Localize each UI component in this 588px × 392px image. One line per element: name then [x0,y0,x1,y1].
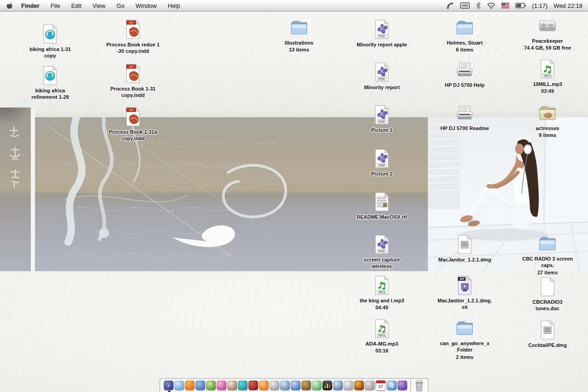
dock-purple-face-app[interactable] [398,381,407,390]
wallpaper-strip-gap [31,108,35,271]
desktop-icon-macjanitor-1-2-1-dmg-sit[interactable]: .SITMacJanitor_1.2.1.dmg.sit [432,274,497,311]
desktop-icon-illustrations[interactable]: Illustrations13 items [267,17,331,53]
battery-time[interactable]: (1:17) [532,2,548,9]
dock-orange-swoosh-app[interactable] [259,381,269,390]
dock-music-player-app[interactable] [312,381,322,390]
us-flag-icon[interactable] [502,3,509,8]
desktop-icon-the-king-and-i-mp3[interactable]: MP3the king and I.mp304:45 [350,274,414,311]
display-icon[interactable] [460,2,470,9]
dock-utility-box-app[interactable] [365,381,375,390]
dock-pink-flower-app[interactable] [217,381,226,390]
menu-item-edit[interactable]: Edit [71,2,81,9]
icon-label: CBCRADIO3 tunes.doc [520,299,575,312]
battery-icon[interactable] [515,3,526,8]
dock-green-quill-app[interactable] [206,381,216,390]
desktop-icon-picture-2[interactable]: PDFPicture 2 [350,148,414,177]
desktop-icon-hp-dj-5700-help[interactable]: HP DJ 5700 Help [432,59,497,88]
svg-text:PDF: PDF [379,120,386,123]
calendar-header [376,381,386,383]
icon-label: README.MacOSX.rtf [357,214,407,220]
svg-text:PDF: PDF [379,250,386,253]
dock-calendar-app[interactable]: 17 [375,380,386,391]
desktop-icon-process-book-1-31-copy-indd[interactable]: CSProcess Book 1-31 copy.indd [101,62,165,99]
dock-firefox-browser-app[interactable] [185,381,195,390]
icon-sublabel: 27 items [537,269,558,276]
phone-icon[interactable] [446,2,454,10]
menu-item-file[interactable]: File [51,2,60,9]
svg-text:PDF: PDF [379,77,386,80]
icon-sublabel: 04:45 [375,304,388,311]
icon-label: biking africa refinement 1-29 [23,87,77,101]
menu-item-go[interactable]: Go [116,2,124,9]
freehand-document-icon [39,64,61,86]
dock-chat-app[interactable] [291,381,300,390]
bluetooth-icon[interactable] [476,2,481,9]
desktop-icon-holmes-stuart[interactable]: Holmes, Stuart6 items [432,17,497,53]
icon-label: HP DJ 5700 Readme [440,125,489,131]
menu-item-finder[interactable]: Finder [21,2,40,9]
dock-red-media-app[interactable] [248,381,258,390]
desktop-icon-peacekeeper[interactable]: Peacekeeper74.4 GB, 59 GB free [515,15,580,51]
desktop-icon-hp-dj-5700-readme[interactable]: HP DJ 5700 Readme [432,102,497,131]
desktop-icon-10mill-mp3[interactable]: MP310MILL.mp303:49 [515,58,580,95]
desktop-icon-cocktailpe-dmg[interactable]: CocktailPE.dmg [515,319,580,348]
desktop-icon-actresses[interactable]: actresses9 items [515,102,580,139]
airport-icon[interactable] [487,2,496,9]
mp3-document-icon: MP3 [536,58,559,80]
trash-icon[interactable] [414,380,425,392]
desktop-icon-cbc-radio-3-screen-caps[interactable]: CBC RADIO 3 screen caps.27 items [515,233,580,276]
dock-blue-star-app[interactable] [196,381,205,390]
dock-fire-image-app[interactable] [354,381,364,390]
folder-icon [536,233,559,255]
chart-bars [324,382,331,388]
dock-music-sequencer-app[interactable]: ♪ [164,381,173,390]
icon-label: 10MILL.mp3 [533,81,562,87]
pdf-document-icon: PDF [371,61,393,83]
menu-clock[interactable]: Wed 22:18 [553,2,582,9]
desktop-icon-can-go-anywhere-x-folder[interactable]: can_go_anywhere_x Folder2 items [432,317,497,360]
icon-label: Minority report [364,84,400,91]
dock-photo-viewer-app[interactable] [280,381,290,390]
desktop-icon-ada-mg-mp3[interactable]: MP3ADA-MG.mp303:16 [350,318,414,354]
apple-menu[interactable] [6,2,13,10]
dock-teal-swirl-app[interactable] [238,381,248,390]
icon-label: HP DJ 5700 Help [445,82,485,88]
menu-status-area: (1:17) Wed 22:18 [446,2,588,10]
desktop-icon-readme-macosx-rtf[interactable]: README.MacOSX.rtf [350,191,414,220]
icon-sublabel: 03:16 [375,347,388,354]
svg-text:CS: CS [129,65,133,68]
desktop-icon-screen-capture-wireless[interactable]: PDFscreen capture wireless [350,233,414,270]
desktop-icon-minority-report[interactable]: PDFMinority report [350,61,414,91]
mp3-document-icon: MP3 [371,274,393,296]
desktop-icon-macjanitor-1-2-1-dmg[interactable]: MacJanitor_1.2.1.dmg [432,233,497,263]
menu-item-window[interactable]: Window [135,2,156,9]
pdf-document-icon: PDF [371,18,393,40]
dock-quicktime-app[interactable]: Q [387,381,397,390]
desktop-icon-biking-africa-1-31-copy[interactable]: biking africa 1-31 copy [18,23,82,59]
dock-text-tools-app[interactable] [344,381,353,390]
desktop-icon-picture-1[interactable]: PDFPicture 1 [350,104,414,133]
desktop-icon-process-book-1-31a-copy-indd[interactable]: CSProcess Book 1-31a copy.indd [101,106,165,142]
desktop[interactable]: FinderFileEditViewGoWindowHelp [0,0,588,392]
menu-item-view[interactable]: View [92,2,105,9]
icon-label: Process Book redue 1 -30 copy.indd [106,41,160,55]
desktop-icon-minority-report-apple[interactable]: PDFMinority report apple [350,18,414,48]
desktop-icon-process-book-redue-1-30-copy-indd[interactable]: CSProcess Book redue 1 -30 copy.indd [101,18,165,55]
dock-globe-browser-app[interactable] [174,381,184,390]
svg-text:PDF: PDF [379,164,386,167]
icon-sublabel: 9 items [539,132,556,138]
desktop-icon-biking-africa-refinement-1-29[interactable]: biking africa refinement 1-29 [18,64,82,101]
icon-label: Minority report apple [357,41,407,48]
icon-sublabel: 6 items [456,46,473,53]
dock-chart-app[interactable] [323,381,332,390]
dock-watering-can-app[interactable] [227,381,237,390]
dock-monitor-app[interactable] [333,381,343,390]
dock-brown-book-app[interactable] [301,381,311,390]
desktop-icon-cbcradio3-tunes-doc[interactable]: CBCRADIO3 tunes.doc [515,276,580,312]
svg-text:MP3: MP3 [544,74,551,77]
dock-gray-books-app[interactable] [270,381,279,390]
indesign-document-icon: CS [122,106,144,128]
icon-label: Holmes, Stuart [447,40,483,46]
menu-item-help[interactable]: Help [168,2,180,9]
calendar-day: 17 [378,385,383,389]
